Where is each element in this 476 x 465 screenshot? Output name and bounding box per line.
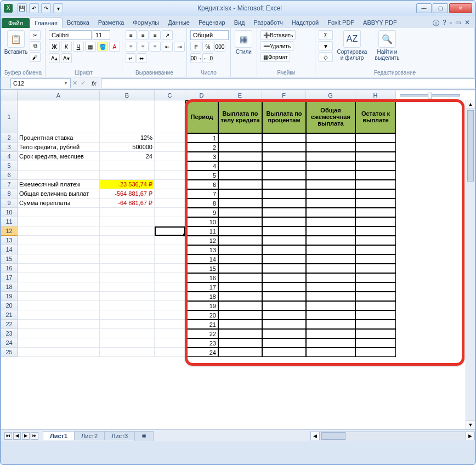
cell[interactable] xyxy=(262,180,306,189)
workbook-restore-icon[interactable]: ▭ xyxy=(455,19,461,28)
row-header-19[interactable]: 19 xyxy=(1,292,18,301)
cell[interactable]: 2 xyxy=(185,143,218,152)
cell[interactable] xyxy=(262,245,306,254)
row-header-24[interactable]: 24 xyxy=(1,338,18,348)
percent-button[interactable]: % xyxy=(202,42,213,52)
cell[interactable] xyxy=(218,180,262,189)
cell[interactable] xyxy=(262,226,306,236)
cell[interactable] xyxy=(262,254,306,264)
cell[interactable] xyxy=(355,152,396,161)
cell[interactable]: Тело кредита, рублей xyxy=(18,143,100,152)
cell[interactable] xyxy=(262,171,306,180)
cell[interactable] xyxy=(155,226,185,236)
horizontal-scrollbar[interactable]: ◀ ▶ xyxy=(310,432,475,440)
wrap-text-button[interactable]: ↵ xyxy=(126,53,135,63)
cell[interactable] xyxy=(218,133,262,143)
cell[interactable] xyxy=(306,189,355,199)
cell[interactable] xyxy=(100,245,155,254)
col-header-C[interactable]: C xyxy=(155,90,185,100)
row-header-15[interactable]: 15 xyxy=(1,254,18,264)
cell[interactable]: 11 xyxy=(185,226,218,236)
cell[interactable] xyxy=(355,264,396,273)
fill-button[interactable]: ▼ xyxy=(319,41,333,51)
cell[interactable] xyxy=(355,226,396,236)
cell[interactable] xyxy=(306,292,355,301)
cell[interactable]: -564 881,67 ₽ xyxy=(100,189,155,199)
cell[interactable] xyxy=(18,171,100,180)
ribbon-tab-1[interactable]: Вставка xyxy=(63,18,94,28)
cell[interactable] xyxy=(155,236,185,245)
align-bottom-button[interactable]: ≡ xyxy=(150,30,161,40)
cell[interactable] xyxy=(218,208,262,217)
number-format-combo[interactable]: Общий xyxy=(190,30,229,40)
cell[interactable]: 8 xyxy=(185,199,218,208)
vscroll-thumb[interactable] xyxy=(467,110,474,182)
cell[interactable] xyxy=(306,152,355,161)
cell[interactable] xyxy=(355,310,396,320)
ribbon-tab-9[interactable]: Foxit PDF xyxy=(323,18,359,28)
cell[interactable] xyxy=(355,254,396,264)
row-header-6[interactable]: 6 xyxy=(1,171,18,180)
cell[interactable]: 13 xyxy=(185,245,218,254)
cell[interactable] xyxy=(155,310,185,320)
row-header-21[interactable]: 21 xyxy=(1,310,18,320)
sheet-tab-0[interactable]: Лист1 xyxy=(43,431,75,440)
cell[interactable] xyxy=(355,189,396,199)
cell[interactable] xyxy=(262,208,306,217)
cell[interactable]: 7 xyxy=(185,189,218,199)
undo-button[interactable]: ↶ xyxy=(29,3,39,13)
cell[interactable] xyxy=(18,217,100,226)
cell[interactable] xyxy=(262,143,306,152)
cell[interactable] xyxy=(100,292,155,301)
styles-button[interactable]: ▦ Стили xyxy=(234,30,253,55)
cell[interactable] xyxy=(100,254,155,264)
sort-filter-button[interactable]: AZ Сортировка и фильтр xyxy=(335,30,369,61)
cancel-formula-icon[interactable]: ✕ xyxy=(72,80,77,87)
cell[interactable]: 22 xyxy=(185,329,218,338)
cell[interactable]: Период xyxy=(185,100,218,133)
cell[interactable]: 14 xyxy=(185,254,218,264)
cell[interactable] xyxy=(100,161,155,171)
col-header-G[interactable]: G xyxy=(306,90,355,100)
align-middle-button[interactable]: ≡ xyxy=(138,30,149,40)
col-header-D[interactable]: D xyxy=(185,90,218,100)
cell[interactable] xyxy=(262,320,306,329)
cell[interactable]: 24 xyxy=(185,348,218,357)
cell[interactable] xyxy=(306,338,355,348)
font-name-combo[interactable]: Calibri xyxy=(49,30,92,40)
font-color-button[interactable]: A xyxy=(109,42,120,52)
cell[interactable] xyxy=(355,320,396,329)
cell[interactable] xyxy=(218,171,262,180)
cell[interactable] xyxy=(262,199,306,208)
help-info-icon[interactable]: ⓘ xyxy=(433,19,439,28)
cell[interactable] xyxy=(355,338,396,348)
cell[interactable] xyxy=(155,254,185,264)
ribbon-tab-10[interactable]: ABBYY PDF xyxy=(359,18,401,28)
indent-inc-button[interactable]: ⇥ xyxy=(174,42,185,52)
cell[interactable] xyxy=(262,282,306,292)
cell[interactable] xyxy=(218,273,262,282)
cell[interactable] xyxy=(18,282,100,292)
cell[interactable] xyxy=(100,310,155,320)
cell[interactable]: 5 xyxy=(185,171,218,180)
cell[interactable] xyxy=(18,273,100,282)
cell[interactable]: 16 xyxy=(185,273,218,282)
select-all-button[interactable] xyxy=(1,90,18,100)
cell[interactable] xyxy=(100,348,155,357)
cell[interactable] xyxy=(218,143,262,152)
italic-button[interactable]: К xyxy=(61,42,72,52)
cell[interactable] xyxy=(306,264,355,273)
cell[interactable] xyxy=(18,245,100,254)
cell[interactable] xyxy=(155,348,185,357)
cell[interactable] xyxy=(306,217,355,226)
cell[interactable] xyxy=(18,310,100,320)
cell[interactable] xyxy=(218,199,262,208)
cell[interactable] xyxy=(100,338,155,348)
cell[interactable] xyxy=(155,189,185,199)
row-header-1[interactable]: 1 xyxy=(1,100,18,133)
autosum-button[interactable]: Σ xyxy=(319,30,333,40)
cell[interactable] xyxy=(355,348,396,357)
close-button[interactable]: ✕ xyxy=(449,3,472,13)
cell[interactable] xyxy=(306,143,355,152)
cell[interactable]: Выплата по телу кредита xyxy=(218,100,262,133)
